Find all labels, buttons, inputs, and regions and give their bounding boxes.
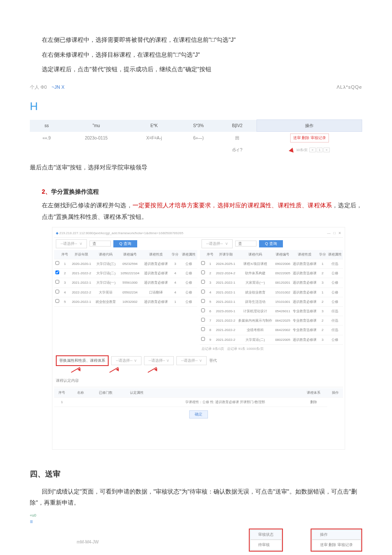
section-2-body: 在左侧找到己修读的课程并勾选，一定要按照人才培恭方案要求，选择对应的课程属性、课… xyxy=(30,200,362,222)
section-4-body: 回到"成绩认定"页面，可看到申请的数据，"审核状态"为"待审核：确认数据无误，可… xyxy=(30,486,362,509)
left-grid: 序号 开设年限 课程代码 课程编号 课程性质 学分 课程属性 12020-202… xyxy=(54,250,197,307)
pager[interactable]: 10条/页 «1» xyxy=(257,144,362,156)
sel3[interactable]: --请选择-- ∨ xyxy=(176,356,207,365)
red-arrow-3 xyxy=(148,369,161,375)
cell-ss: ««.9 xyxy=(30,132,63,145)
status-col-box: 审核状态 待审核 xyxy=(249,529,283,552)
op-header: 操作 xyxy=(312,530,361,540)
table-row[interactable]: 22021-2022-2大学日语(二)1050222104通识教育必修课4公修 xyxy=(54,269,197,278)
cell-op: 送审 删除 审核记录 xyxy=(257,132,362,145)
op-value[interactable]: 送审 删除 审核记录 xyxy=(312,540,361,550)
instruction-para-2: 在右侧未修课程中，选择目标课程，在课程信息前"□"勾选"J" xyxy=(30,49,362,61)
cell-mu: 2023o-0115 xyxy=(63,132,129,145)
right-search-btn[interactable]: Q 查询 xyxy=(259,240,283,247)
row-checkbox[interactable] xyxy=(201,327,205,331)
row-checkbox[interactable] xyxy=(201,337,205,341)
subtitle: 课程认定内容 xyxy=(54,375,343,386)
section-2-heading: 2、学分置换操作流程 xyxy=(30,186,362,198)
right-panel: --请选择-- ∨ Q 查询 序号 开课学期 课程代码 课程编号 课程性质 学分… xyxy=(200,238,343,353)
section-4-heading: 四、送审 xyxy=(30,467,362,481)
table-row[interactable]: 12024-2025-1课程X/项目课程09022006通识教育选修课1任选 xyxy=(200,259,343,269)
sel1[interactable]: --请选择-- ∨ xyxy=(111,356,141,365)
right-pager: 总记录 8条/1页 总记录 91条 10000条/页 xyxy=(200,345,343,353)
table-row[interactable]: 62023-2020-1计算机理论设计05426011专业教育选修课3任选 xyxy=(200,306,343,316)
row-checkbox[interactable] xyxy=(201,270,205,274)
red-arrow-2 xyxy=(110,369,122,375)
extra-grid: 序号名称已修门数认定属性课程体系操作 1学课程性：公修 性: 通识教育必修课 开… xyxy=(54,388,343,407)
summary-table: ss "mu E*K S*3% BβV2 操作 ««.9 2023o-0115 … xyxy=(30,119,362,156)
row-checkbox[interactable] xyxy=(201,290,205,293)
section-2-num: 2、 xyxy=(42,188,51,195)
table-row[interactable]: 52021-2022-1训导生活活动15101001通识教育必修课2公修 xyxy=(200,297,343,306)
tab-bar: 个人 Φ0 ~JN X ΛLλ*sQQe xyxy=(30,83,362,92)
right-search-input[interactable] xyxy=(235,241,257,247)
tab-close[interactable]: ~JN X xyxy=(52,84,64,90)
table-row[interactable]: 42021-2022-1就业创业教育15101002通识教育必修课1公修 xyxy=(200,288,343,297)
col-s3: S*3% xyxy=(179,120,218,132)
right-select[interactable]: --请选择-- ∨ xyxy=(202,239,233,248)
ss-url-bar: ◆ 219.218.227.112:8080/jwxt/kccjgl_add.f… xyxy=(54,229,343,238)
mid-text: mM-M4-JW xyxy=(30,529,99,546)
cell-ek: X=F=A-j xyxy=(129,132,179,145)
col-mu: "mu xyxy=(63,120,129,132)
table-row[interactable]: 32021-2022-1大家英语(一)08120201通识教育必修课3公修 xyxy=(200,278,343,288)
table-row[interactable]: 22022-2024-2软件体系构建09222005通识教育选修课2公修 xyxy=(200,269,343,278)
left-select[interactable]: --请选择-- ∨ xyxy=(56,239,87,248)
col-op: 操作 xyxy=(257,120,362,132)
menu-icon[interactable]: ≡ xyxy=(30,519,362,524)
indicator: «u0 xyxy=(30,512,362,519)
tab-personal[interactable]: 个人 Φ0 xyxy=(30,84,47,90)
row-checkbox[interactable] xyxy=(201,308,205,312)
table-row[interactable]: 52020-2022-1就业创业教育10532002通识教育必修课1公修 xyxy=(54,297,197,306)
col-bv2: BβV2 xyxy=(218,120,257,132)
red-arrow-1 xyxy=(71,369,84,375)
table-row[interactable]: 82021-2022-2业绩考察科06422002专业教育选修课2任选 xyxy=(200,325,343,335)
left-search-btn[interactable]: Q 查询 xyxy=(113,240,137,247)
instruction-para-4: 最后点击"送审"按钮，选择对应学院审核领导 xyxy=(30,162,362,173)
bottom-toolbar: 替换属性和性质、课程体系 --请选择-- ∨ --请选择-- ∨ --请选择--… xyxy=(54,353,343,369)
left-search-input[interactable] xyxy=(89,241,111,247)
table-row[interactable]: 12020-2020-1大学日语(三)05232594通识教育必修课3公修 xyxy=(54,259,197,269)
row-checkbox[interactable] xyxy=(201,280,205,284)
replace-btn-label[interactable]: 替代 xyxy=(209,357,217,364)
table-row[interactable]: 42022-2022-2大学英语05502234口语翻译4公修 xyxy=(54,288,197,297)
action-links[interactable]: 送审 删除 审核记录 xyxy=(290,134,329,142)
replace-attr-button[interactable]: 替换属性和性质、课程体系 xyxy=(56,355,109,366)
row-checkbox[interactable] xyxy=(55,280,59,284)
status-value: 待审核 xyxy=(250,540,282,550)
instruction-para-3: 选定课程后，点击"替代"按钮，提示成功后，继续点击"确定"按钮 xyxy=(30,64,362,75)
left-panel: --请选择-- ∨ Q 查询 序号 开设年限 课程代码 课程编号 课程性质 学分… xyxy=(54,238,197,353)
header-right-text: ΛLλ*sQQe xyxy=(337,83,362,92)
confirm-button[interactable]: 确定 xyxy=(189,410,208,418)
count-cell: ι5イ? xyxy=(218,144,257,156)
table-row[interactable]: 32021-2022-1大学日语(一)55561000通识教育必修课4公修 xyxy=(54,278,197,288)
status-header: 审核状态 xyxy=(250,530,282,540)
row-checkbox[interactable] xyxy=(55,290,59,293)
row-checkbox[interactable] xyxy=(55,270,59,274)
cell-bv2: 田 xyxy=(218,132,257,145)
row-checkbox[interactable] xyxy=(201,318,205,322)
row-checkbox[interactable] xyxy=(55,299,59,303)
row-checkbox[interactable] xyxy=(201,299,205,303)
right-grid: 序号 开课学期 课程代码 课程编号 课程性质 学分 课程属性 12024-202… xyxy=(200,250,343,345)
row-checkbox[interactable] xyxy=(55,261,59,265)
cell-s3: 6»—) xyxy=(179,132,218,145)
table-row[interactable]: 92021-2022-2大学英语(二)08022005通识教育必修课3公修 xyxy=(200,335,343,344)
sel2[interactable]: --请选择-- ∨ xyxy=(144,356,174,365)
instruction-para-1: 在左侧已修课程中，选择需要即将被替代的课程，在课程信息前"□"勾选"J" xyxy=(30,34,362,46)
bottom-table: mM-M4-JW 审核状态 待审核 操作 送审 删除 审核记录 ULIX «1»… xyxy=(30,529,362,555)
table-row[interactable]: 72021-2022-2多媒体内画展示与制作06422025专业教育选修课2任选 xyxy=(200,316,343,325)
col-ss: ss xyxy=(30,120,63,132)
screenshot-dialog: ◆ 219.218.227.112:8080/jwxt/kccjgl_add.f… xyxy=(52,227,345,450)
panel-icon: H xyxy=(30,92,362,117)
op-col-box: 操作 送审 删除 审核记录 xyxy=(311,529,362,552)
col-ek: E*K xyxy=(129,120,179,132)
row-checkbox[interactable] xyxy=(201,261,205,265)
